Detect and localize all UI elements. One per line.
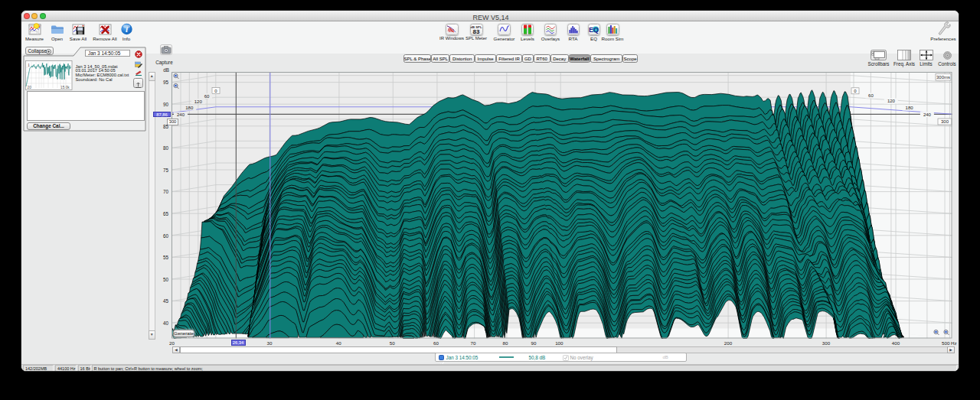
svg-text:60: 60 <box>204 94 210 99</box>
svg-text:120: 120 <box>194 99 203 104</box>
svg-text:240: 240 <box>923 112 932 117</box>
svg-text:15.0k: 15.0k <box>60 85 70 89</box>
svg-text:180: 180 <box>185 106 194 110</box>
svg-text:120: 120 <box>887 99 896 103</box>
svg-text:EQ: EQ <box>589 26 599 34</box>
svg-text:1: 1 <box>28 63 30 67</box>
svg-text:300ms: 300ms <box>936 75 950 80</box>
svg-text:20: 20 <box>28 85 32 89</box>
svg-text:300: 300 <box>941 119 949 124</box>
svg-text:180: 180 <box>906 106 914 110</box>
svg-text:240: 240 <box>177 112 185 117</box>
svg-text:60: 60 <box>868 93 874 98</box>
